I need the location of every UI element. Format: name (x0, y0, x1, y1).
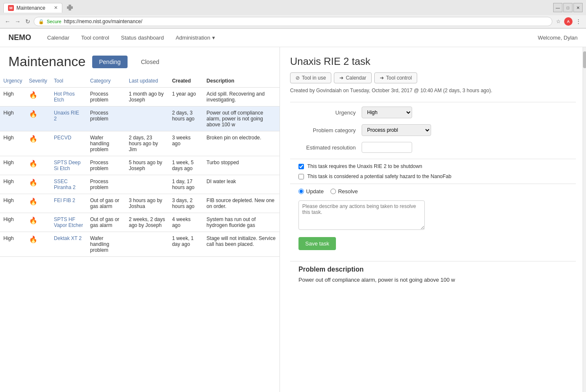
welcome-text: Welcome, Dylan (538, 35, 578, 41)
urgency-select[interactable]: High Medium Low (362, 107, 412, 118)
table-row[interactable]: High 🔥 FEI FIB 2 Out of gas or gas alarm… (0, 194, 280, 213)
table-row[interactable]: High 🔥 SPTS Deep Si Etch Process problem… (0, 156, 280, 175)
new-tab-icon (67, 5, 73, 11)
nav-administration-label: Administration (176, 35, 210, 41)
row-created: 3 days, 2 hours ago (169, 194, 203, 213)
menu-button[interactable]: ⋮ (574, 17, 583, 26)
scrollbar-track[interactable] (583, 47, 586, 392)
checkbox2-row: This task is considered a potential safe… (298, 173, 576, 179)
row-description: Acid spill. Recovering and investigating… (203, 88, 280, 107)
bookmark-button[interactable]: ☆ (554, 17, 562, 26)
row-category: Process problem (87, 156, 125, 175)
nav-calendar[interactable]: Calendar (41, 32, 75, 43)
update-radio-option[interactable]: Update (298, 188, 324, 195)
textarea-wrap (298, 200, 576, 231)
divider3 (290, 184, 576, 184)
row-tool: SPTS HF Vapor Etcher (51, 213, 87, 232)
row-category: Out of gas or gas alarm (87, 213, 125, 232)
created-text: Created by Govindaiah on Tuesday, Octobe… (290, 88, 576, 93)
row-category: Out of gas or gas alarm (87, 194, 125, 213)
maintenance-table: Urgency Severity Tool Category Last upda… (0, 75, 280, 257)
update-radio[interactable] (298, 189, 304, 194)
row-severity: 🔥 (26, 107, 51, 131)
divider4 (290, 261, 576, 261)
app-navbar: NEMO Calendar Tool control Status dashbo… (0, 29, 586, 47)
row-severity: 🔥 (26, 175, 51, 194)
row-last-updated (125, 107, 169, 131)
right-panel: Unaxis RIE 2 task ⊘ Tool in use ➜ Calend… (280, 47, 586, 392)
row-tool: SSEC Piranha 2 (51, 175, 87, 194)
table-row[interactable]: High 🔥 Hot Phos Etch Process problem 1 m… (0, 88, 280, 107)
url-bar[interactable]: 🔒 Secure https://nemo.nist.gov/maintenan… (34, 17, 552, 26)
row-urgency: High (0, 194, 26, 213)
close-button[interactable]: ✕ (573, 3, 583, 12)
scrollbar-thumb[interactable] (583, 51, 586, 68)
tool-control-button[interactable]: ➜ Tool control (374, 72, 417, 83)
row-tool: Dektak XT 2 (51, 232, 87, 257)
problem-category-select[interactable]: Process probl Wafer handling problem Out… (362, 124, 431, 136)
row-description: Turbo stopped (203, 156, 280, 175)
table-row[interactable]: High 🔥 Unaxis RIE 2 Process problem 2 da… (0, 107, 280, 131)
page-header: Maintenance Pending Closed (0, 47, 280, 75)
back-button[interactable]: ← (3, 17, 12, 26)
row-severity: 🔥 (26, 156, 51, 175)
row-urgency: High (0, 213, 26, 232)
row-last-updated: 2 weeks, 2 days ago by Joseph (125, 213, 169, 232)
nav-status-dashboard[interactable]: Status dashboard (115, 32, 170, 43)
resolve-radio[interactable] (330, 189, 336, 194)
tab-close-button[interactable]: ✕ (54, 5, 58, 11)
checkbox1-label: This task requires the Unaxis RIE 2 to b… (307, 163, 422, 169)
calendar-button[interactable]: ➜ Calendar (334, 72, 372, 83)
forward-button[interactable]: → (13, 17, 22, 26)
resolve-label: Resolve (338, 188, 358, 195)
refresh-button[interactable]: ↻ (24, 17, 32, 26)
row-description: FIB source depleted. New one on order. (203, 194, 280, 213)
update-textarea[interactable] (298, 200, 425, 230)
browser-titlebar: M Maintenance ✕ — □ ✕ (0, 0, 586, 15)
shutdown-checkbox[interactable] (298, 164, 304, 169)
table-row[interactable]: High 🔥 Dektak XT 2 Wafer handling proble… (0, 232, 280, 257)
minimize-button[interactable]: — (553, 3, 562, 12)
resolve-radio-option[interactable]: Resolve (330, 188, 358, 195)
col-created: Created (169, 75, 203, 88)
save-task-button[interactable]: Save task (298, 237, 336, 250)
row-created: 2 days, 3 hours ago (169, 107, 203, 131)
browser-controls: ← → ↻ 🔒 Secure https://nemo.nist.gov/mai… (0, 15, 586, 28)
browser-tab[interactable]: M Maintenance ✕ (3, 3, 62, 13)
table-row[interactable]: High 🔥 SSEC Piranha 2 Process problem 1 … (0, 175, 280, 194)
safety-hazard-checkbox[interactable] (298, 174, 304, 179)
main-container: Maintenance Pending Closed Urgency Sever… (0, 47, 586, 392)
new-tab-button[interactable] (65, 3, 75, 13)
maximize-button[interactable]: □ (563, 3, 573, 12)
row-category: Wafer handling problem (87, 232, 125, 257)
estimated-resolution-row: Estimated resolution (290, 142, 576, 153)
col-last-updated: Last updated (125, 75, 169, 88)
table-row[interactable]: High 🔥 SPTS HF Vapor Etcher Out of gas o… (0, 213, 280, 232)
col-urgency: Urgency (0, 75, 26, 88)
tool-in-use-button[interactable]: ⊘ Tool in use (290, 72, 331, 83)
tab-favicon: M (8, 5, 14, 11)
window-controls: — □ ✕ (553, 3, 583, 12)
row-last-updated (125, 232, 169, 257)
row-severity: 🔥 (26, 213, 51, 232)
table-container[interactable]: Urgency Severity Tool Category Last upda… (0, 75, 280, 392)
estimated-resolution-input[interactable] (362, 142, 412, 153)
checkbox2-label: This task is considered a potential safe… (307, 173, 451, 179)
pending-button[interactable]: Pending (92, 56, 127, 68)
closed-button[interactable]: Closed (134, 56, 166, 68)
nav-administration[interactable]: Administration ▾ (170, 32, 221, 43)
nav-dropdown-icon: ▾ (212, 35, 215, 41)
row-description: Power out off compliance alarm, power is… (203, 107, 280, 131)
table-row[interactable]: High 🔥 PECVD Wafer handling problem 2 da… (0, 131, 280, 156)
nav-tool-control[interactable]: Tool control (75, 32, 115, 43)
nav-links: Calendar Tool control Status dashboard A… (41, 32, 538, 43)
row-urgency: High (0, 175, 26, 194)
divider2 (290, 159, 576, 159)
checkbox1-row: This task requires the Unaxis RIE 2 to b… (298, 163, 576, 169)
problem-desc-title: Problem description (298, 266, 576, 273)
svg-rect-1 (67, 6, 73, 9)
row-last-updated (125, 175, 169, 194)
urgency-row: Urgency High Medium Low (290, 107, 576, 118)
row-urgency: High (0, 232, 26, 257)
calendar-label: Calendar (346, 75, 366, 81)
